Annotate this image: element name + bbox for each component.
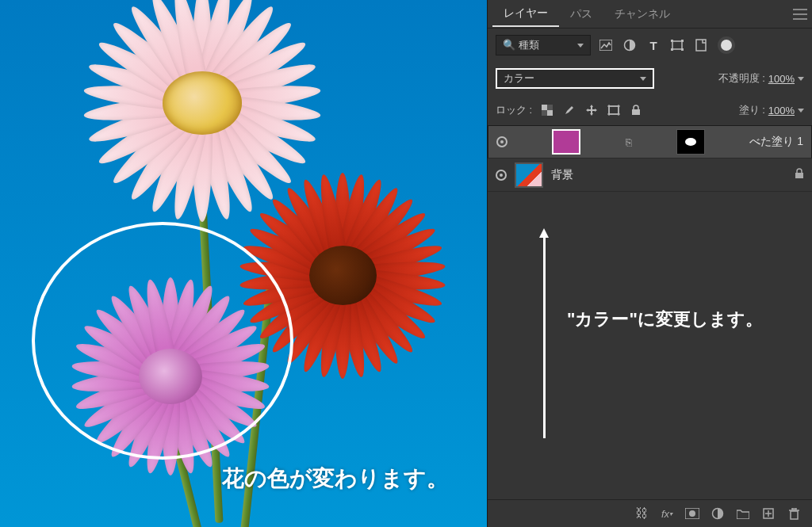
filter-shape-icon[interactable]: [668, 36, 686, 54]
layer-thumb[interactable]: [552, 129, 580, 155]
filter-kind-select[interactable]: 🔍 種類: [496, 35, 591, 55]
document-canvas[interactable]: 花の色が変わります。: [0, 0, 487, 527]
svg-rect-2: [672, 41, 682, 49]
lock-all-icon[interactable]: [627, 101, 645, 119]
layers-panel: レイヤー パス チャンネル 🔍 種類 T カラー 不透明度 : 100% ロック…: [487, 0, 812, 527]
lock-brush-icon[interactable]: [561, 101, 578, 119]
svg-rect-5: [671, 48, 673, 51]
new-layer-icon[interactable]: [761, 506, 776, 521]
svg-rect-18: [795, 173, 803, 178]
lock-artboard-icon[interactable]: [605, 101, 622, 119]
tab-layers[interactable]: レイヤー: [492, 2, 559, 27]
svg-rect-4: [681, 40, 684, 42]
annotation-note: "カラー"に変更します。: [567, 307, 763, 331]
fill-control[interactable]: 塗り : 100%: [739, 103, 804, 117]
svg-rect-9: [547, 110, 553, 116]
panel-tabs: レイヤー パス チャンネル: [488, 0, 812, 29]
annotation-caption: 花の色が変わります。: [222, 464, 449, 494]
layer-mask-thumb[interactable]: [676, 129, 705, 155]
layer-list: ⎘ べた塗り 1 背景 "カラー"に変更します。: [488, 125, 812, 499]
layer-name[interactable]: べた塗り 1: [749, 135, 803, 149]
svg-rect-27: [792, 508, 796, 510]
chevron-down-icon: [577, 44, 584, 48]
svg-rect-8: [542, 105, 547, 110]
layers-footer: ⛓ fx▾: [488, 499, 812, 527]
trash-icon[interactable]: [787, 506, 801, 521]
filter-image-icon[interactable]: [597, 36, 615, 54]
layer-thumb[interactable]: [515, 162, 543, 188]
tab-paths[interactable]: パス: [559, 2, 603, 26]
visibility-toggle[interactable]: [496, 136, 508, 147]
lock-icon: [795, 168, 804, 182]
svg-rect-3: [671, 40, 673, 42]
annotation-arrow: [543, 236, 546, 438]
svg-rect-11: [542, 110, 547, 116]
svg-rect-25: [791, 511, 798, 519]
panel-menu-icon[interactable]: [793, 9, 807, 20]
opacity-control[interactable]: 不透明度 : 100%: [718, 71, 804, 86]
lock-move-icon[interactable]: [583, 101, 600, 119]
mask-icon[interactable]: [685, 506, 699, 521]
chevron-down-icon: [640, 77, 646, 81]
annotation-circle: [32, 222, 293, 460]
fx-icon[interactable]: fx▾: [660, 506, 674, 521]
group-icon[interactable]: [736, 506, 750, 521]
svg-rect-17: [632, 109, 640, 115]
adjustment-layer-icon[interactable]: [710, 506, 725, 521]
filter-row: 🔍 種類 T: [488, 29, 812, 62]
filter-smart-icon[interactable]: [692, 36, 710, 54]
lock-transparent-icon[interactable]: [538, 101, 556, 119]
lock-label: ロック :: [496, 103, 532, 117]
chevron-down-icon: [798, 109, 804, 113]
layer-row-solid-fill[interactable]: ⎘ べた塗り 1: [488, 125, 812, 158]
tab-channels[interactable]: チャンネル: [603, 2, 681, 26]
filter-toggle[interactable]: [721, 40, 732, 51]
svg-point-20: [689, 510, 695, 517]
chevron-down-icon: [798, 77, 804, 81]
blend-mode-select[interactable]: カラー: [496, 68, 654, 89]
link-layers-icon[interactable]: ⛓: [634, 506, 649, 521]
svg-rect-12: [609, 106, 619, 114]
filter-adjust-icon[interactable]: [621, 36, 638, 54]
filter-text-icon[interactable]: T: [645, 36, 662, 54]
svg-rect-7: [696, 40, 706, 51]
svg-rect-6: [681, 48, 684, 51]
layer-row-background[interactable]: 背景: [488, 158, 812, 192]
visibility-toggle[interactable]: [496, 170, 507, 181]
layer-name[interactable]: 背景: [551, 168, 573, 182]
link-mask-icon[interactable]: ⎘: [626, 136, 632, 148]
svg-rect-10: [547, 105, 553, 110]
